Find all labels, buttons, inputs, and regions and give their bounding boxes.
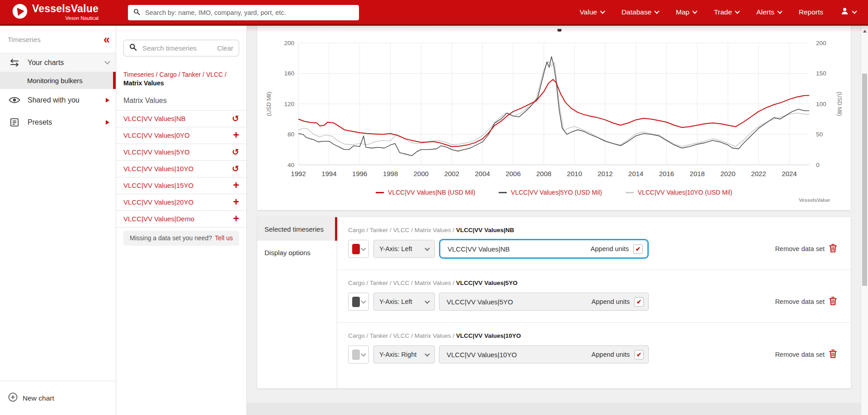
add-icon[interactable] (233, 197, 239, 207)
svg-text:2000: 2000 (414, 170, 429, 177)
vesselsvalue-logo-icon (12, 3, 28, 21)
breadcrumb-link-timeseries[interactable]: Timeseries (123, 71, 154, 78)
remove-data-set-button[interactable]: Remove data set (775, 243, 837, 254)
brand-logo[interactable]: VesselsValue Veson Nautical (12, 3, 99, 21)
timeseries-item-vlcc-vv-values-15yo[interactable]: VLCC|VV Values|15YO (116, 177, 246, 194)
svg-text:2006: 2006 (505, 170, 520, 177)
presets-label: Presets (28, 118, 52, 126)
svg-text:(USD Mil): (USD Mil) (266, 92, 272, 116)
nav-item-alerts[interactable]: Alerts (756, 8, 782, 16)
y-axis-select[interactable]: Y-Axis: Left (373, 293, 435, 311)
missing-dataset-banner: Missing a data set you need? Tell us (123, 231, 239, 246)
trash-icon (829, 243, 837, 254)
timeseries-item-vlcc-vv-values-5yo[interactable]: VLCC|VV Values|5YO (116, 144, 246, 161)
color-swatch-select[interactable] (348, 345, 369, 364)
nav-item-trade[interactable]: Trade (714, 8, 739, 16)
color-swatch-select[interactable] (348, 293, 369, 311)
legend-item-vlcc-vv-values-5yo-usd-mil[interactable]: VLCC|VV Values|5YO (USD Mil) (499, 189, 602, 196)
color-swatch-select[interactable] (348, 240, 369, 258)
nav-label: Alerts (756, 8, 774, 16)
selected-timeseries-panel: Selected timeseries Display options Carg… (257, 217, 851, 388)
collapse-sidebar-icon[interactable] (104, 35, 110, 44)
timeseries-item-vlcc-vv-values-demo[interactable]: VLCC|VV Values|Demo (116, 211, 246, 228)
nav-item-reports[interactable]: Reports (799, 8, 823, 16)
row-breadcrumb-name: VLCC|VV Values|NB (456, 227, 514, 233)
tell-us-link[interactable]: Tell us (215, 234, 233, 242)
timeseries-item-label: VLCC|VV Values|NB (123, 115, 186, 122)
breadcrumb-link-tanker[interactable]: Tanker (182, 71, 201, 78)
sidebar-item-your-charts[interactable]: Your charts (0, 53, 116, 72)
breadcrumb-link-vlcc[interactable]: VLCC (206, 71, 223, 78)
remove-data-set-button[interactable]: Remove data set (775, 349, 837, 360)
check-icon (637, 352, 642, 358)
expand-right-icon (106, 120, 109, 125)
tab-label: Selected timeseries (264, 225, 324, 233)
chevron-down-icon (425, 246, 429, 251)
svg-text:2016: 2016 (659, 170, 674, 177)
legend-label: VLCC|VV Values|5YO (USD Mil) (511, 189, 602, 196)
timeseries-item-vlcc-vv-values-0yo[interactable]: VLCC|VV Values|0YO (116, 127, 246, 144)
legend-item-vlcc-vv-values-nb-usd-mil[interactable]: VLCC|VV Values|NB (USD Mil) (376, 189, 475, 196)
series-name-input[interactable] (447, 245, 586, 253)
sidebar: Timeseries Your charts Monitoring bulker… (0, 26, 116, 415)
svg-text:120: 120 (284, 101, 294, 107)
breadcrumb-link-cargo[interactable]: Cargo (160, 71, 177, 78)
add-icon[interactable] (233, 214, 239, 224)
append-units-checkbox[interactable] (634, 350, 644, 359)
remove-data-set-button[interactable]: Remove data set (775, 296, 837, 307)
nav-label: Map (676, 8, 689, 16)
legend-dash (499, 192, 507, 193)
sidebar-item-presets[interactable]: Presets (0, 111, 116, 133)
append-units-checkbox[interactable] (634, 297, 644, 307)
chevron-down-icon (693, 9, 698, 14)
add-icon[interactable] (233, 130, 239, 140)
y-axis-select[interactable]: Y-Axis: Right (373, 345, 435, 364)
chevron-down-icon (361, 351, 366, 356)
svg-text:40: 40 (288, 162, 294, 168)
undo-icon[interactable] (232, 148, 239, 156)
sidebar-item-shared-with-you[interactable]: Shared with you (0, 89, 116, 111)
user-menu[interactable] (840, 7, 856, 17)
series-vlcc-vv-values-5yo-usd-mil (298, 56, 809, 155)
nav-item-map[interactable]: Map (676, 8, 697, 16)
nav-item-value[interactable]: Value (580, 8, 604, 16)
y-axis-value: Y-Axis: Right (379, 351, 416, 358)
sidebar-item-monitoring-bulkers[interactable]: Monitoring bulkers (0, 72, 116, 89)
timeseries-item-label: VLCC|VV Values|0YO (123, 131, 190, 139)
append-units-label: Append units (591, 351, 630, 358)
row-breadcrumb-name: VLCC|VV Values|10YO (456, 332, 521, 339)
append-units-checkbox[interactable] (633, 244, 643, 254)
legend-label: VLCC|VV Values|10YO (USD Mil) (638, 189, 732, 196)
nav-item-database[interactable]: Database (622, 8, 659, 16)
timeseries-item-vlcc-vv-values-nb[interactable]: VLCC|VV Values|NB (116, 111, 246, 127)
undo-icon[interactable] (232, 164, 239, 173)
legend-item-vlcc-vv-values-10yo-usd-mil[interactable]: VLCC|VV Values|10YO (USD Mil) (626, 189, 732, 196)
scrollbar-thumb[interactable] (862, 74, 867, 286)
new-chart-button[interactable]: New chart (0, 381, 116, 415)
tab-selected-timeseries[interactable]: Selected timeseries (257, 217, 337, 241)
tab-label: Display options (264, 249, 311, 256)
timeseries-item-vlcc-vv-values-10yo[interactable]: VLCC|VV Values|10YO (116, 161, 246, 177)
main-nav: ValueDatabaseMapTradeAlertsReports (580, 0, 856, 24)
timeseries-item-vlcc-vv-values-20yo[interactable]: VLCC|VV Values|20YO (116, 194, 246, 211)
series-name-input[interactable] (446, 350, 587, 359)
clear-search-button[interactable]: Clear (217, 44, 233, 52)
timeseries-search-input[interactable] (142, 44, 212, 52)
series-name-group: Append units (439, 345, 649, 364)
add-icon[interactable] (233, 180, 239, 191)
scroll-up-icon[interactable] (863, 30, 867, 33)
svg-text:2014: 2014 (628, 170, 643, 177)
undo-icon[interactable] (232, 114, 239, 123)
timeseries-search[interactable]: Clear (123, 40, 239, 56)
svg-text:2024: 2024 (782, 170, 797, 177)
tab-display-options[interactable]: Display options (257, 241, 337, 264)
series-name-input[interactable] (446, 298, 587, 306)
global-search-input[interactable] (144, 9, 354, 17)
global-search[interactable] (128, 5, 359, 20)
y-axis-value: Y-Axis: Left (379, 245, 412, 252)
selected-row-vlcc-vv-values-nb: Cargo / Tanker / VLCC / Matrix Values / … (337, 217, 851, 270)
chevron-down-icon (852, 9, 857, 14)
page-scrollbar[interactable] (861, 26, 868, 415)
row-breadcrumb: Cargo / Tanker / VLCC / Matrix Values / … (348, 332, 837, 340)
y-axis-select[interactable]: Y-Axis: Left (373, 240, 435, 258)
